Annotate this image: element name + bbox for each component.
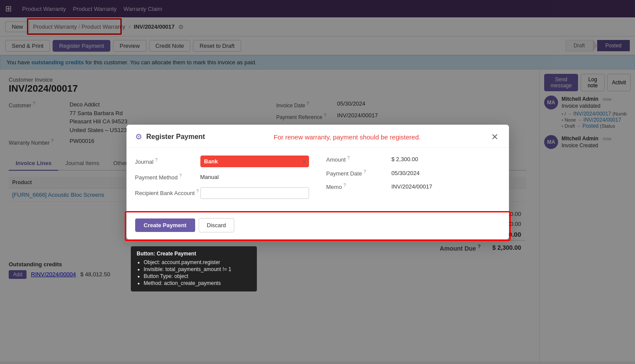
create-payment-button[interactable]: Create Payment xyxy=(135,218,195,232)
modal-overlay[interactable]: ⚙ Register Payment For renew warranty, p… xyxy=(0,0,635,361)
recipient-bank-label: Recipient Bank Account ? xyxy=(135,189,200,196)
recipient-bank-row: Recipient Bank Account ? xyxy=(135,187,309,199)
amount-label: Amount ? xyxy=(326,156,392,163)
modal-close-button[interactable]: ✕ xyxy=(489,132,500,142)
journal-label: Journal ? xyxy=(135,158,200,165)
memo-row: Memo ? INV/2024/00017 xyxy=(326,183,500,190)
payment-date-label: Payment Date ? xyxy=(326,169,392,177)
payment-date-value: 05/30/2024 xyxy=(392,170,420,176)
recipient-bank-input[interactable] xyxy=(200,187,309,199)
memo-label: Memo ? xyxy=(326,183,392,190)
tooltip-item-4: Method: action_create_payments xyxy=(144,280,251,286)
tooltip-box: Button: Create Payment Object: account.p… xyxy=(131,246,257,291)
payment-method-row: Payment Method ? Manual xyxy=(135,173,309,181)
register-payment-modal: ⚙ Register Payment For renew warranty, p… xyxy=(126,125,509,239)
tooltip-item-3: Button Type: object xyxy=(144,273,251,279)
modal-title: Register Payment xyxy=(146,133,205,141)
modal-right-col: Amount ? $ 2,300.00 Payment Date ? 05/30… xyxy=(326,156,500,205)
journal-row: Journal ? Bank xyxy=(135,156,309,167)
tooltip-item-1: Object: account.payment.register xyxy=(144,259,251,265)
payment-date-row: Payment Date ? 05/30/2024 xyxy=(326,169,500,177)
modal-footer: Create Payment Discard Button: Create Pa… xyxy=(126,213,509,239)
memo-value: INV/2024/00017 xyxy=(392,183,432,190)
amount-row: Amount ? $ 2,300.00 xyxy=(326,156,500,163)
tooltip-item-2: Invisible: total_payments_amount != 1 xyxy=(144,266,251,272)
modal-icon: ⚙ xyxy=(135,132,142,142)
journal-select[interactable]: Bank xyxy=(200,156,309,167)
journal-select-wrapper[interactable]: Bank xyxy=(200,156,309,167)
discard-button[interactable]: Discard xyxy=(199,218,234,232)
tooltip-title: Button: Create Payment xyxy=(137,251,251,257)
payment-method-label: Payment Method ? xyxy=(135,173,200,181)
modal-header: ⚙ Register Payment For renew warranty, p… xyxy=(126,125,509,148)
modal-left-col: Journal ? Bank Payment Method ? Manual xyxy=(135,156,309,205)
amount-value: $ 2,300.00 xyxy=(392,156,418,162)
payment-method-value: Manual xyxy=(200,174,219,180)
modal-warning: For renew warranty, payment should be re… xyxy=(205,133,489,141)
modal-body: Journal ? Bank Payment Method ? Manual xyxy=(126,148,509,212)
